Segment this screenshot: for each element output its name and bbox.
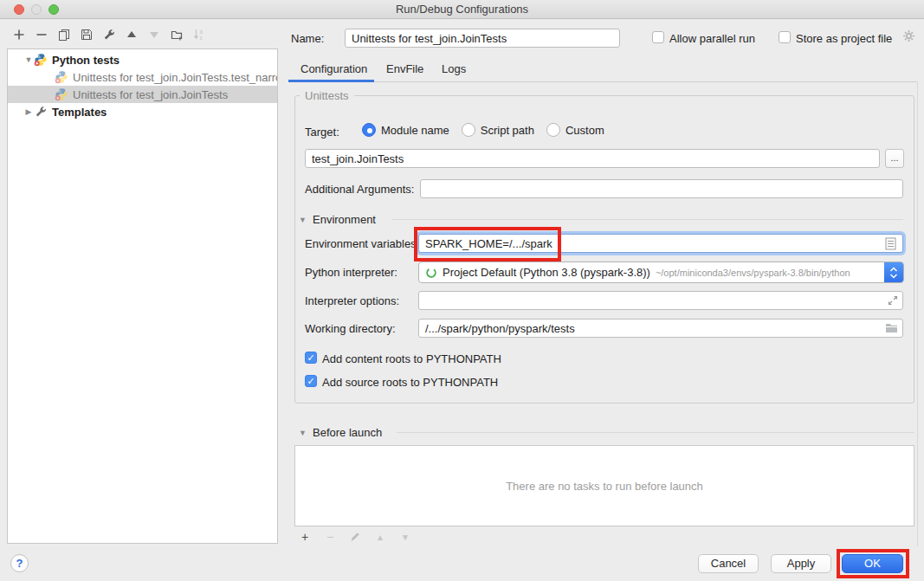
scroll-area-edge [917,82,918,546]
environment-section-header[interactable]: Environment [313,213,376,226]
run-debug-configurations-dialog: { "window": { "title": "Run/Debug Config… [0,0,924,581]
configurations-toolbar: az [12,26,206,43]
before-launch-task-list: There are no tasks to run before launch [294,445,914,526]
python-interpreter-label: Python interpreter: [305,266,397,279]
before-launch-header[interactable]: Before launch [313,426,382,439]
radio-script-path[interactable]: Script path [462,123,534,137]
tree-item-unittests-selected[interactable]: Unittests for test_join.JoinTests [8,86,277,103]
title-bar: Run/Debug Configurations [0,0,924,19]
environment-variables-label: Environment variables: [305,237,419,250]
store-as-project-file-checkbox[interactable] [779,31,791,43]
tab-strip-divider [288,81,917,82]
radio-selected-icon[interactable] [362,123,376,137]
target-radio-group: Module name Script path Custom [362,122,604,138]
remove-icon[interactable] [35,28,48,42]
radio-icon[interactable] [462,123,475,137]
environment-collapse-icon[interactable]: ▼ [299,216,307,224]
radio-icon[interactable] [546,123,560,137]
tree-item-label: Unittests for test_join.JoinTests.test_n… [73,71,277,84]
add-source-roots-label: Add source roots to PYTHONPATH [322,376,498,389]
copy-icon[interactable] [57,28,71,42]
before-launch-toolbar: + − ▲ ▼ [298,528,412,545]
before-launch-header-line [397,432,914,433]
move-up-icon[interactable] [125,28,139,42]
edit-task-icon [348,530,362,544]
store-as-project-file-label: Store as project file [796,32,892,45]
python-interpreter-value: Project Default (Python 3.8 (pyspark-3.8… [443,266,650,279]
chevron-right-icon[interactable]: ▶ [23,107,34,116]
name-input[interactable]: Unittests for test_join.JoinTests [345,29,620,48]
edit-defaults-icon[interactable] [102,28,116,42]
svg-text:a: a [200,29,204,35]
annotation-box-ok [837,549,909,578]
python-interpreter-path: ~/opt/miniconda3/envs/pyspark-3.8/bin/py… [656,268,884,278]
target-label: Target: [305,126,339,139]
tab-envfile[interactable]: EnvFile [386,62,423,75]
env-vars-editor-icon[interactable] [885,237,896,253]
environment-header-line [392,219,903,220]
apply-button[interactable]: Apply [771,554,831,573]
name-label: Name: [291,32,324,45]
tree-item-label: Templates [52,106,107,119]
tree-item-templates[interactable]: ▶ Templates [8,103,277,120]
before-launch-empty-text: There are no tasks to run before launch [506,480,703,493]
python-test-config-icon [55,87,68,101]
gear-icon [902,29,915,45]
remove-task-icon: − [323,530,337,544]
additional-arguments-label: Additional Arguments: [305,183,414,196]
tree-item-unittests-narrow[interactable]: Unittests for test_join.JoinTests.test_n… [8,68,277,86]
add-task-icon[interactable]: + [298,530,312,544]
templates-wrench-icon [34,105,48,119]
radio-label: Module name [381,124,449,137]
allow-parallel-run-checkbox[interactable] [652,31,664,43]
module-name-input[interactable]: test_join.JoinTests [305,149,880,168]
add-source-roots-checkbox[interactable]: ✓ [305,375,317,387]
radio-custom[interactable]: Custom [546,123,604,137]
sort-alphabetically-icon: az [192,28,206,42]
tab-logs[interactable]: Logs [442,62,466,75]
browse-module-button[interactable]: ... [885,149,904,168]
tree-item-label: Unittests for test_join.JoinTests [73,88,228,101]
chevron-down-icon[interactable]: ▼ [23,55,34,64]
annotation-box-env-vars [414,227,561,261]
help-button[interactable]: ? [10,554,29,572]
configurations-tree: ▼ Python tests Unittests for test_join.J… [7,48,278,544]
add-content-roots-label: Add content roots to PYTHONPATH [322,352,501,365]
working-directory-input[interactable]: /.../spark/python/pyspark/tests [418,319,903,338]
new-folder-icon[interactable] [170,28,184,42]
radio-label: Script path [481,124,534,137]
additional-arguments-input[interactable] [420,179,903,198]
move-task-down-icon: ▼ [398,530,412,544]
python-test-config-icon [55,70,68,84]
add-content-roots-checkbox[interactable]: ✓ [305,352,317,364]
before-launch-collapse-icon[interactable]: ▼ [299,429,307,437]
interpreter-options-input[interactable] [418,291,903,310]
folder-icon[interactable] [885,322,898,336]
move-task-up-icon: ▲ [373,530,387,544]
tree-item-python-tests[interactable]: ▼ Python tests [8,51,277,68]
expand-field-icon[interactable] [887,294,899,309]
active-tab-underline [288,80,374,82]
cancel-button[interactable]: Cancel [698,554,759,573]
add-icon[interactable] [12,28,26,42]
interpreter-options-label: Interpreter options: [305,294,399,307]
radio-label: Custom [565,124,604,137]
unittests-group-label: Unittests [300,89,354,102]
save-icon[interactable] [80,28,94,42]
window-title: Run/Debug Configurations [0,3,924,16]
conda-env-icon [425,267,437,279]
tab-configuration[interactable]: Configuration [300,62,367,75]
allow-parallel-run-label: Allow parallel run [669,32,755,45]
tree-item-label: Python tests [52,54,120,67]
python-tests-icon [34,53,48,67]
svg-text:z: z [200,35,203,41]
working-directory-label: Working directory: [305,322,396,335]
radio-module-name[interactable]: Module name [362,123,449,137]
combobox-arrows-icon[interactable] [884,261,903,283]
move-down-icon [147,28,161,42]
python-interpreter-combobox[interactable]: Project Default (Python 3.8 (pyspark-3.8… [418,261,904,283]
